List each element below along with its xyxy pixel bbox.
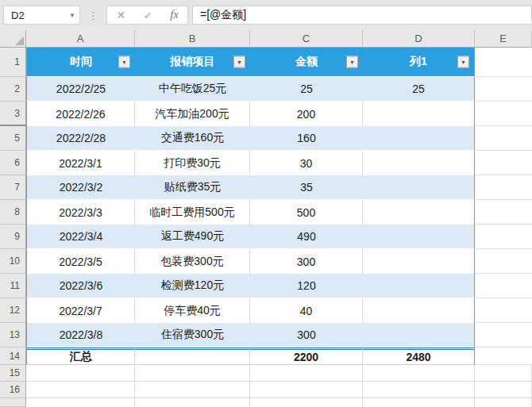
cell-e10[interactable] — [475, 249, 532, 274]
cell-b15[interactable] — [135, 365, 250, 382]
table-header-cell[interactable]: 金额▼ — [250, 48, 363, 77]
cell-e13[interactable] — [475, 323, 532, 347]
cell-c8[interactable]: 500 — [250, 200, 363, 225]
cell-c10[interactable]: 300 — [250, 249, 363, 274]
total-cell-a14[interactable]: 汇总 — [26, 347, 135, 365]
cell-a3[interactable]: 2022/2/26 — [26, 102, 135, 126]
cell-a12[interactable]: 2022/3/7 — [26, 298, 135, 323]
cell-b3[interactable]: 汽车加油200元 — [135, 102, 250, 126]
cell-e11[interactable] — [475, 274, 532, 298]
cell-c7[interactable]: 35 — [250, 175, 363, 200]
cell-d15[interactable] — [363, 365, 475, 382]
insert-function-icon[interactable]: fx — [171, 9, 179, 21]
cell-d12[interactable] — [363, 298, 475, 323]
cell-a6[interactable]: 2022/3/1 — [26, 151, 135, 175]
row-header-16[interactable]: 16 — [0, 382, 26, 398]
filter-dropdown-icon[interactable]: ▼ — [346, 56, 358, 68]
cell-e7[interactable] — [475, 175, 532, 200]
cell-b16[interactable] — [135, 382, 250, 398]
cell-a9[interactable]: 2022/3/4 — [26, 225, 135, 249]
row-header-3[interactable]: 3 — [0, 102, 26, 126]
cell-a13[interactable]: 2022/3/8 — [26, 323, 135, 347]
cell-b10[interactable]: 包装费300元 — [135, 249, 250, 274]
cell-a5[interactable]: 2022/2/28 — [26, 126, 135, 151]
cell-d5[interactable] — [363, 126, 475, 151]
row-header-5[interactable]: 5 — [0, 126, 26, 151]
cell-c5[interactable]: 160 — [250, 126, 363, 151]
cancel-icon[interactable]: ✕ — [116, 9, 125, 21]
row-header-12[interactable]: 12 — [0, 298, 26, 323]
row-header-10[interactable]: 10 — [0, 249, 26, 274]
cell-c9[interactable]: 490 — [250, 225, 363, 249]
cell-c12[interactable]: 40 — [250, 298, 363, 323]
cell-d2[interactable]: 25 — [363, 77, 475, 102]
cell-b6[interactable]: 打印费30元 — [135, 151, 250, 175]
cell-a11[interactable]: 2022/3/6 — [26, 274, 135, 298]
total-cell-c14[interactable]: 2200 — [250, 347, 363, 365]
select-all-corner[interactable] — [0, 30, 26, 48]
cell-e16[interactable] — [475, 382, 532, 398]
cell-a16[interactable] — [26, 382, 135, 398]
cell-c2[interactable]: 25 — [250, 77, 363, 102]
cell-a15[interactable] — [26, 365, 135, 382]
cell-e5[interactable] — [475, 126, 532, 151]
cell-a7[interactable]: 2022/3/2 — [26, 175, 135, 200]
cell-b2[interactable]: 中午吃饭25元 — [135, 77, 250, 102]
name-box[interactable]: D2 ▼ — [3, 6, 80, 25]
cell-a10[interactable]: 2022/3/5 — [26, 249, 135, 274]
column-header-C[interactable]: C — [250, 30, 363, 48]
filter-dropdown-icon[interactable]: ▼ — [233, 56, 245, 68]
cell-e14[interactable] — [475, 347, 532, 365]
cell-d11[interactable] — [363, 274, 475, 298]
table-header-cell[interactable]: 报销项目▼ — [135, 48, 250, 77]
cell-d6[interactable] — [363, 151, 475, 175]
cell-b13[interactable]: 住宿费300元 — [135, 323, 250, 347]
row-header-11[interactable]: 11 — [0, 274, 26, 298]
cell-c6[interactable]: 30 — [250, 151, 363, 175]
cell-e9[interactable] — [475, 225, 532, 249]
cell-c15[interactable] — [250, 365, 363, 382]
row-header-13[interactable]: 13 — [0, 323, 26, 347]
row-header-15[interactable]: 15 — [0, 365, 26, 382]
column-header-E[interactable]: E — [475, 30, 532, 48]
row-header-7[interactable]: 7 — [0, 175, 26, 200]
cell-b5[interactable]: 交通费160元 — [135, 126, 250, 151]
cell-a8[interactable]: 2022/3/3 — [26, 200, 135, 225]
cell-b12[interactable]: 停车费40元 — [135, 298, 250, 323]
cell-b11[interactable]: 检测费120元 — [135, 274, 250, 298]
cell-b9[interactable]: 返工费490元 — [135, 225, 250, 249]
cell-d16[interactable] — [363, 382, 475, 398]
total-cell-d14[interactable]: 2480 — [363, 347, 475, 365]
row-header-14[interactable]: 14 — [0, 347, 26, 365]
cell-e12[interactable] — [475, 298, 532, 323]
cell-c11[interactable]: 120 — [250, 274, 363, 298]
cell-d8[interactable] — [363, 200, 475, 225]
cell-d3[interactable] — [363, 102, 475, 126]
row-header-1[interactable]: 1 — [0, 48, 26, 77]
table-header-cell[interactable]: 列1▼ — [363, 48, 475, 77]
total-cell-b14[interactable] — [135, 347, 250, 365]
table-header-cell[interactable]: 时间▼ — [26, 48, 135, 77]
cell-c13[interactable]: 300 — [250, 323, 363, 347]
cell-b8[interactable]: 临时工费用500元 — [135, 200, 250, 225]
cell-c3[interactable]: 200 — [250, 102, 363, 126]
name-box-dropdown-icon[interactable]: ▼ — [69, 12, 75, 19]
cell-d9[interactable] — [363, 225, 475, 249]
cell-e1[interactable] — [475, 48, 532, 77]
row-header-6[interactable]: 6 — [0, 151, 26, 175]
cell-b7[interactable]: 贴纸费35元 — [135, 175, 250, 200]
cell-d7[interactable] — [363, 175, 475, 200]
enter-icon[interactable]: ✓ — [144, 10, 152, 21]
cell-e6[interactable] — [475, 151, 532, 175]
filter-dropdown-icon[interactable]: ▼ — [457, 56, 469, 68]
row-header-9[interactable]: 9 — [0, 225, 26, 249]
cell-e8[interactable] — [475, 200, 532, 225]
column-header-B[interactable]: B — [135, 30, 250, 48]
cell-e15[interactable] — [475, 365, 532, 382]
cell-d13[interactable] — [363, 323, 475, 347]
cell-e3[interactable] — [475, 102, 532, 126]
formula-input[interactable]: =[@金额] — [192, 6, 532, 25]
column-header-A[interactable]: A — [26, 30, 135, 48]
cell-c16[interactable] — [250, 382, 363, 398]
row-header-8[interactable]: 8 — [0, 200, 26, 225]
